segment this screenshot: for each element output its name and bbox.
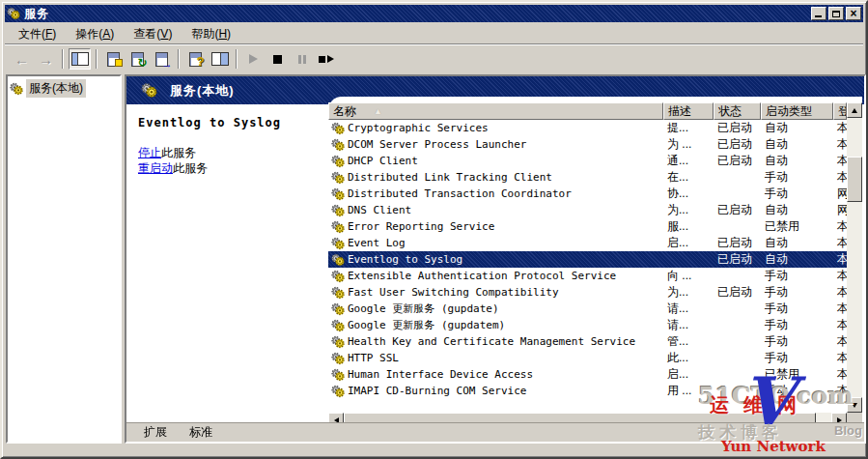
service-name: Distributed Transaction Coordinator — [348, 187, 572, 200]
service-gear-icon — [331, 286, 345, 300]
help-button[interactable] — [184, 48, 207, 70]
service-row[interactable]: Error Reporting Service服...已禁用本 — [328, 218, 847, 235]
menu-file[interactable]: 文件(F) — [9, 23, 66, 45]
service-gear-icon — [331, 171, 345, 185]
export-list-button[interactable] — [151, 48, 173, 70]
service-row[interactable]: Google 更新服务 (gupdate)请...手动本 — [328, 301, 847, 317]
service-description: 提... — [663, 120, 714, 136]
refresh-button[interactable] — [126, 48, 149, 70]
service-startup-type: 手动 — [761, 383, 833, 399]
service-name-cell: Eventlog to Syslog — [328, 251, 663, 268]
close-button[interactable]: × — [846, 7, 861, 20]
menu-help[interactable]: 帮助(H) — [182, 23, 240, 45]
service-status — [714, 186, 761, 202]
service-description: 此... — [663, 350, 714, 366]
service-status: 已启动 — [714, 120, 761, 136]
service-row[interactable]: HTTP SSL此...手动本 — [328, 350, 847, 366]
service-logon-as: 本 — [833, 366, 847, 383]
service-row[interactable]: Google 更新服务 (gupdatem)请...手动本 — [328, 317, 847, 333]
window-title: 服务 — [24, 6, 809, 22]
service-row[interactable]: Distributed Transaction Coordinator协...手… — [328, 186, 847, 202]
console-tree-panel: 服务(本地) — [6, 74, 122, 444]
minimize-button[interactable] — [811, 7, 826, 20]
show-hide-action-pane-button[interactable] — [209, 48, 231, 70]
service-gear-icon — [331, 138, 345, 152]
stop-service-button[interactable] — [266, 48, 289, 70]
scroll-up-button[interactable] — [847, 102, 862, 118]
service-row[interactable]: DNS Client为...已启动自动网 — [328, 202, 847, 218]
selected-service-name: Eventlog to Syslog — [138, 116, 281, 129]
service-description — [663, 251, 714, 268]
vertical-scrollbar-thumb[interactable] — [847, 157, 862, 202]
properties-button[interactable] — [102, 48, 125, 70]
service-logon-as: 本 — [833, 169, 847, 186]
column-header-description[interactable]: 描述 — [663, 102, 714, 120]
service-name: Health Key and Certificate Management Se… — [348, 335, 635, 348]
service-row[interactable]: Human Interface Device Access启...已禁用本 — [328, 366, 847, 383]
column-header-logon[interactable]: 登 — [833, 102, 847, 120]
vertical-scrollbar[interactable] — [847, 102, 862, 413]
service-list-body: Cryptographic Services提...已启动自动本DCOM Ser… — [328, 120, 847, 399]
service-name-cell: Extensible Authentication Protocol Servi… — [328, 268, 663, 284]
forward-button[interactable] — [35, 48, 57, 70]
service-description: 为 ... — [663, 136, 714, 153]
restart-service-link[interactable]: 重启动 — [138, 161, 173, 175]
maximize-icon — [832, 11, 840, 17]
menu-view[interactable]: 查看(V) — [124, 23, 182, 45]
back-button[interactable] — [11, 48, 33, 70]
service-description: 为... — [663, 202, 714, 218]
service-row[interactable]: Event Log启...已启动自动本 — [328, 235, 847, 251]
service-logon-as: 本 — [833, 284, 847, 301]
menu-action[interactable]: 操作(A) — [66, 23, 124, 45]
stop-service-link[interactable]: 停止 — [138, 146, 161, 159]
tab-standard[interactable]: 标准 — [177, 423, 225, 440]
service-startup-type: 手动 — [761, 169, 833, 186]
tree-item-services-local[interactable]: 服务(本地) — [8, 76, 120, 100]
column-header-status[interactable]: 状态 — [714, 102, 761, 120]
service-row[interactable]: Health Key and Certificate Management Se… — [328, 333, 847, 350]
service-logon-as: 网 — [833, 186, 847, 202]
scroll-down-button[interactable] — [847, 397, 862, 413]
service-row[interactable]: DCOM Server Process Launcher为 ...已启动自动本 — [328, 136, 847, 153]
tab-extended[interactable]: 扩展 — [131, 423, 180, 440]
service-name: DNS Client — [348, 204, 411, 216]
service-status — [714, 301, 761, 317]
maximize-button[interactable] — [828, 7, 844, 20]
show-hide-console-tree-button[interactable] — [69, 48, 91, 70]
service-row[interactable]: Fast User Switching Compatibility为...已启动… — [328, 284, 847, 301]
service-name-cell: Error Reporting Service — [328, 218, 663, 235]
service-startup-type: 手动 — [761, 301, 833, 317]
service-row[interactable]: Cryptographic Services提...已启动自动本 — [328, 120, 847, 136]
service-logon-as: 本 — [833, 268, 847, 284]
service-name-cell: Google 更新服务 (gupdatem) — [328, 317, 663, 333]
start-service-button[interactable] — [242, 48, 265, 70]
column-header-name[interactable]: 名称 ▲ — [328, 102, 663, 120]
service-status: 已启动 — [714, 136, 761, 153]
service-row[interactable]: IMAPI CD-Burning COM Service用 ...手动本 — [328, 383, 847, 399]
service-status — [714, 268, 761, 284]
service-startup-type: 自动 — [761, 251, 833, 268]
pause-service-button[interactable] — [291, 48, 313, 70]
menu-label-part: ) — [168, 27, 172, 41]
service-row[interactable]: Distributed Link Tracking Client在...手动本 — [328, 169, 847, 186]
service-row[interactable]: Extensible Authentication Protocol Servi… — [328, 268, 847, 284]
service-row[interactable]: Eventlog to Syslog已启动自动本 — [328, 251, 847, 268]
service-gear-icon — [331, 237, 345, 250]
service-description: 通... — [663, 153, 714, 169]
service-name: Human Interface Device Access — [348, 368, 533, 381]
service-row[interactable]: DHCP Client通...已启动自动本 — [328, 153, 847, 169]
service-startup-type: 自动 — [761, 136, 833, 153]
service-description: 在... — [663, 169, 714, 186]
restart-service-button[interactable] — [315, 48, 337, 70]
service-description: 服... — [663, 218, 714, 235]
service-name-cell: Health Key and Certificate Management Se… — [328, 333, 663, 350]
service-status — [714, 366, 761, 383]
services-banner-icon — [141, 82, 157, 99]
service-status: 已启动 — [714, 153, 761, 169]
refresh-icon — [129, 51, 147, 67]
service-description: 为... — [663, 284, 714, 301]
title-bar: 服务 × — [5, 5, 863, 22]
forward-icon — [38, 51, 55, 67]
column-header-startup-type[interactable]: 启动类型 — [761, 102, 833, 120]
service-name-cell: HTTP SSL — [328, 350, 663, 366]
